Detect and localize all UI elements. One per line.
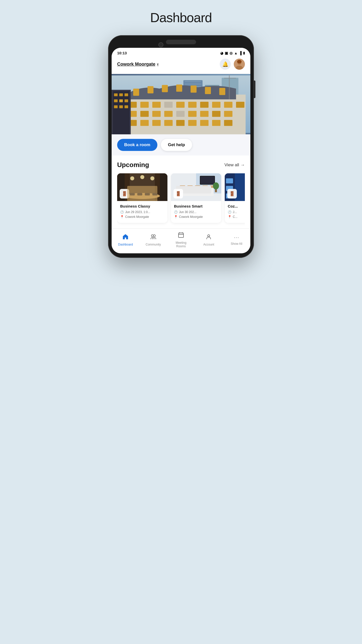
- get-help-button[interactable]: Get help: [161, 139, 192, 151]
- room-location-text-3: C...: [233, 215, 238, 219]
- svg-rect-36: [152, 111, 161, 117]
- svg-rect-24: [140, 102, 149, 108]
- svg-rect-49: [188, 120, 197, 126]
- svg-rect-54: [113, 91, 130, 134]
- svg-rect-41: [212, 111, 220, 117]
- svg-rect-77: [145, 193, 150, 195]
- svg-rect-62: [119, 105, 123, 108]
- svg-rect-64: [229, 75, 230, 99]
- room-image-3: 🚪: [225, 173, 245, 201]
- room-date-1: 🕐 Jun 29 2023, 1:0...: [120, 210, 164, 214]
- room-info-3: Coz... 🕐 J... 📍 C...: [225, 201, 245, 223]
- rooms-scroll[interactable]: 🚪 Business Classy 🕐 Jun 29 2023, 1:0... …: [117, 173, 245, 228]
- svg-rect-76: [137, 193, 142, 195]
- room-location-2: 📍 Cowork Moorgate: [174, 215, 218, 219]
- svg-rect-84: [195, 185, 200, 188]
- svg-rect-26: [164, 102, 172, 108]
- room-date-text-2: Jun 30 202...: [179, 210, 196, 214]
- view-all-link[interactable]: View all →: [224, 163, 245, 168]
- room-icon-badge-2: 🚪: [173, 189, 183, 198]
- svg-rect-56: [119, 93, 123, 96]
- svg-rect-51: [212, 120, 220, 126]
- svg-rect-46: [152, 120, 161, 126]
- room-image-1: 🚪: [117, 173, 167, 201]
- app-header: Cowork Moorgate ▾ 🔔: [112, 57, 250, 74]
- arrow-right-icon: →: [241, 163, 245, 168]
- book-room-button[interactable]: Book a room: [117, 139, 157, 151]
- status-time: 10:13: [117, 51, 127, 55]
- wifi-icon: ▲: [234, 51, 238, 55]
- user-avatar[interactable]: [234, 59, 245, 70]
- header-actions: 🔔: [220, 59, 245, 70]
- status-icon-1: ◕: [220, 51, 223, 55]
- svg-point-71: [125, 193, 160, 199]
- svg-rect-88: [200, 176, 214, 184]
- svg-rect-9: [185, 84, 201, 84]
- svg-rect-32: [236, 102, 244, 108]
- phone-shell: 10:13 ◕ ▣ ◎ ▲ ▐ ▮ Cowork Moorgate ▾ 🔔: [108, 35, 254, 258]
- room-card-3[interactable]: 🚪 Coz... 🕐 J... 📍 C...: [225, 173, 245, 223]
- room-card-1[interactable]: 🚪 Business Classy 🕐 Jun 29 2023, 1:0... …: [117, 173, 167, 223]
- room-date-3: 🕐 J...: [228, 210, 245, 214]
- nav-account[interactable]: Account: [195, 233, 222, 246]
- home-icon: [122, 233, 129, 242]
- cta-section: Book a room Get help: [112, 134, 250, 155]
- room-location-3: 📍 C...: [228, 215, 245, 219]
- nav-show-all[interactable]: ··· Show All: [223, 234, 250, 246]
- svg-rect-15: [133, 89, 139, 96]
- svg-rect-55: [114, 93, 118, 96]
- room-date-text-1: Jun 29 2023, 1:0...: [125, 210, 150, 214]
- nav-dashboard[interactable]: Dashboard: [112, 233, 139, 246]
- bottom-nav: Dashboard Community: [112, 228, 250, 253]
- location-selector[interactable]: Cowork Moorgate ▾: [117, 62, 159, 67]
- upcoming-header: Upcoming View all →: [117, 161, 245, 169]
- svg-point-99: [208, 235, 210, 237]
- room-info-1: Business Classy 🕐 Jun 29 2023, 1:0... 📍 …: [117, 201, 167, 223]
- svg-rect-63: [124, 105, 128, 108]
- svg-rect-28: [188, 102, 197, 108]
- calendar-icon: [178, 232, 184, 240]
- upcoming-section: Upcoming View all →: [112, 155, 250, 228]
- svg-rect-59: [119, 99, 123, 102]
- nav-meeting-rooms-label: Meeting Rooms: [176, 241, 187, 248]
- svg-rect-31: [224, 102, 232, 108]
- svg-rect-75: [130, 193, 135, 195]
- dots-icon: ···: [234, 234, 239, 241]
- svg-rect-50: [200, 120, 208, 126]
- nav-account-label: Account: [203, 243, 214, 246]
- svg-point-96: [151, 235, 153, 237]
- svg-rect-42: [224, 111, 232, 117]
- svg-rect-78: [152, 193, 157, 195]
- pin-icon-1: 📍: [120, 215, 124, 219]
- svg-rect-40: [200, 111, 208, 117]
- svg-rect-39: [188, 111, 197, 117]
- nav-community[interactable]: Community: [139, 233, 167, 246]
- room-image-2: 🚪: [171, 173, 221, 201]
- svg-rect-98: [178, 233, 184, 237]
- svg-rect-48: [176, 120, 185, 126]
- room-name-3: Coz...: [228, 204, 245, 208]
- pin-icon-2: 📍: [174, 215, 178, 219]
- svg-rect-21: [219, 88, 225, 95]
- community-icon: [150, 233, 157, 242]
- status-icon-2: ▣: [225, 51, 228, 55]
- svg-point-3: [237, 60, 242, 63]
- clock-icon-1: 🕐: [120, 210, 124, 214]
- notification-button[interactable]: 🔔: [220, 59, 231, 70]
- pin-icon-3: 📍: [228, 215, 232, 219]
- svg-rect-16: [148, 86, 154, 94]
- nav-show-all-label: Show All: [231, 242, 242, 246]
- nav-meeting-rooms[interactable]: Meeting Rooms: [167, 232, 195, 248]
- room-name-1: Business Classy: [120, 204, 164, 208]
- svg-rect-17: [162, 85, 168, 92]
- battery-icon: ▮: [243, 51, 245, 55]
- upcoming-title: Upcoming: [117, 161, 149, 169]
- svg-rect-45: [140, 120, 149, 126]
- phone-camera: [158, 42, 163, 47]
- svg-rect-52: [224, 120, 232, 126]
- svg-rect-25: [152, 102, 161, 108]
- page-title: Dashboard: [150, 10, 212, 25]
- svg-rect-38: [176, 111, 185, 117]
- status-icon-3: ◎: [230, 51, 233, 55]
- room-card-2[interactable]: 🚪 Business Smart 🕐 Jun 30 202... 📍 Cowor…: [171, 173, 221, 223]
